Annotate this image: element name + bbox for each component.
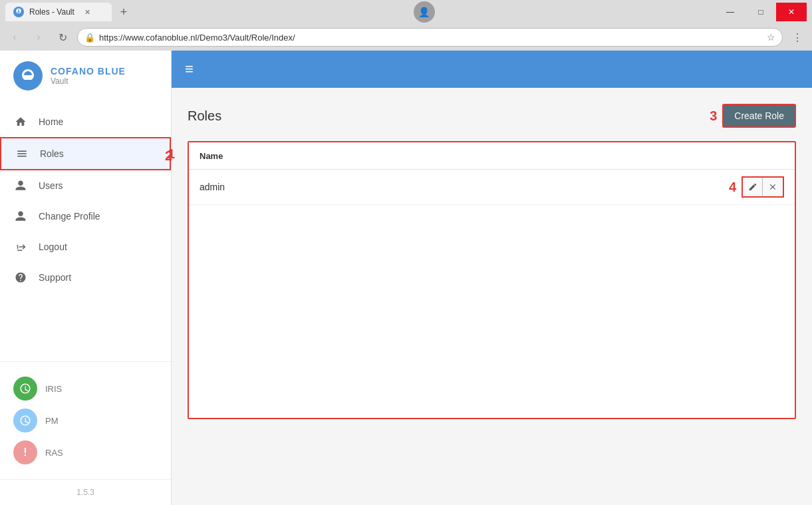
content-area: Roles 3 Create Role Name admin 4 bbox=[172, 88, 812, 505]
ras-app-icon: ! bbox=[13, 440, 37, 464]
change-profile-label: Change Profile bbox=[39, 211, 100, 222]
browser-tab[interactable]: Roles - Vault ✕ bbox=[5, 3, 112, 21]
ras-app-label: RAS bbox=[45, 448, 63, 458]
minimize-button[interactable]: — bbox=[715, 3, 745, 21]
address-bar[interactable]: 🔒 https://www.cofanoblue.nl/Demo3/Vault/… bbox=[77, 28, 783, 47]
support-icon bbox=[13, 270, 28, 285]
sidebar-navigation: Home Roles 1 Users bbox=[0, 101, 171, 361]
tab-close-button[interactable]: ✕ bbox=[82, 7, 93, 17]
create-role-button[interactable]: Create Role bbox=[722, 104, 796, 128]
users-label: Users bbox=[39, 180, 63, 191]
forward-button[interactable]: › bbox=[29, 28, 48, 47]
address-text: https://www.cofanoblue.nl/Demo3/Vault/Ro… bbox=[99, 33, 763, 43]
sidebar-apps: IRIS PM ! RAS bbox=[0, 361, 171, 479]
roles-icon bbox=[15, 146, 29, 161]
row-action-group bbox=[742, 176, 784, 198]
app-item-ras[interactable]: ! RAS bbox=[13, 436, 158, 468]
users-icon bbox=[13, 178, 28, 193]
logo-text: COFANO BLUE Vault bbox=[51, 66, 126, 86]
sidebar-item-support[interactable]: Support bbox=[0, 262, 171, 293]
page-header: Roles 3 Create Role bbox=[188, 104, 796, 128]
maximize-button[interactable]: □ bbox=[745, 3, 776, 21]
edit-role-button[interactable] bbox=[743, 178, 763, 196]
logout-icon bbox=[13, 240, 28, 254]
app-item-iris[interactable]: IRIS bbox=[13, 373, 158, 405]
close-button[interactable]: ✕ bbox=[776, 3, 807, 21]
change-profile-icon bbox=[13, 209, 28, 224]
brand-sub: Vault bbox=[51, 77, 126, 86]
table-header: Name bbox=[189, 142, 795, 170]
logout-label: Logout bbox=[39, 242, 67, 252]
bookmark-icon[interactable]: ☆ bbox=[767, 32, 775, 43]
annotation-3: 3 bbox=[710, 108, 717, 124]
tab-favicon bbox=[13, 7, 24, 17]
tab-title: Roles - Vault bbox=[29, 7, 74, 17]
sidebar-logo: COFANO BLUE Vault bbox=[0, 51, 171, 101]
home-label: Home bbox=[39, 116, 63, 127]
brand-name: COFANO BLUE bbox=[51, 66, 126, 77]
sidebar-item-change-profile[interactable]: Change Profile bbox=[0, 201, 171, 232]
sidebar-item-logout[interactable]: Logout bbox=[0, 232, 171, 262]
user-account-icon[interactable]: 👤 bbox=[414, 1, 435, 23]
column-name-header: Name bbox=[200, 151, 223, 161]
delete-role-button[interactable] bbox=[763, 178, 783, 196]
table-row: admin 4 bbox=[189, 170, 795, 205]
sidebar-version: 1.5.3 bbox=[0, 479, 171, 505]
pm-app-icon bbox=[13, 409, 37, 432]
annotation-4: 4 bbox=[729, 180, 736, 195]
app-item-pm[interactable]: PM bbox=[13, 405, 158, 436]
logo-icon bbox=[13, 61, 43, 90]
sidebar-item-roles[interactable]: Roles 1 bbox=[0, 137, 171, 170]
iris-app-icon bbox=[13, 377, 37, 401]
top-bar: ≡ bbox=[172, 51, 812, 88]
sidebar-item-users[interactable]: Users bbox=[0, 170, 171, 201]
sidebar-item-home[interactable]: Home bbox=[0, 106, 171, 137]
ssl-lock-icon: 🔒 bbox=[84, 33, 95, 43]
page-title: Roles bbox=[188, 108, 221, 124]
iris-app-label: IRIS bbox=[45, 384, 62, 394]
annotation-2: 2 bbox=[165, 148, 172, 164]
support-label: Support bbox=[39, 272, 71, 283]
table-empty-space bbox=[189, 205, 795, 418]
back-button[interactable]: ‹ bbox=[5, 28, 24, 47]
roles-table: Name admin 4 bbox=[188, 141, 796, 419]
hamburger-menu[interactable]: ≡ bbox=[185, 61, 194, 78]
browser-menu-button[interactable]: ⋮ bbox=[788, 28, 807, 47]
role-name-admin: admin bbox=[200, 182, 729, 192]
home-icon bbox=[13, 114, 28, 129]
main-content: ≡ Roles 3 Create Role Name admin bbox=[172, 51, 812, 505]
new-tab-button[interactable]: + bbox=[114, 3, 133, 21]
reload-button[interactable]: ↻ bbox=[53, 28, 72, 47]
pm-app-label: PM bbox=[45, 416, 59, 426]
sidebar: COFANO BLUE Vault Home Roles 1 bbox=[0, 51, 172, 505]
roles-label: Roles bbox=[40, 148, 64, 159]
